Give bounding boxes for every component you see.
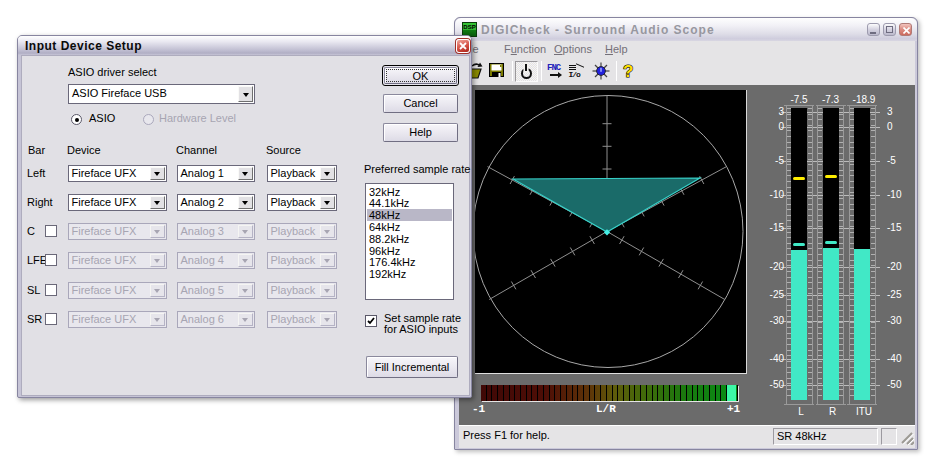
svg-text:?: ?: [623, 62, 633, 81]
